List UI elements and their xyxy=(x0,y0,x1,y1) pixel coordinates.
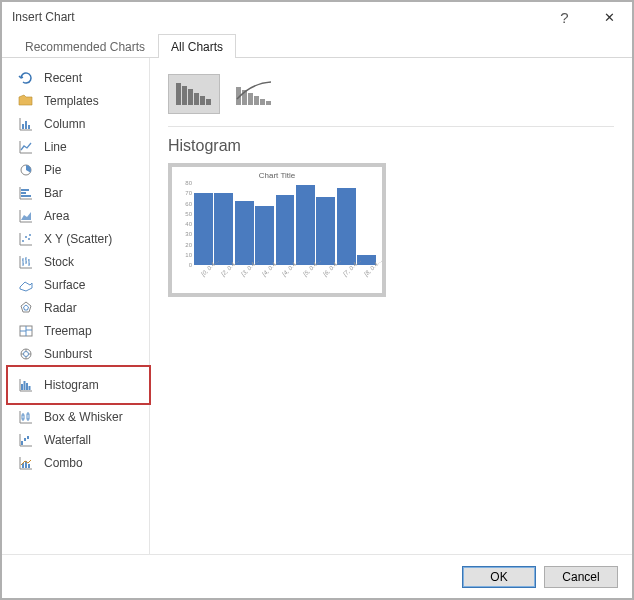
chart-bar xyxy=(337,188,356,265)
chart-type-sidebar: Recent Templates Column Line Pie Bar xyxy=(2,58,150,554)
svg-rect-26 xyxy=(176,83,181,105)
chart-ytick: 10 xyxy=(178,252,192,258)
sidebar-item-label: Area xyxy=(44,209,69,223)
sidebar-item-label: Surface xyxy=(44,278,85,292)
tab-recommended-charts[interactable]: Recommended Charts xyxy=(12,34,158,58)
chart-bar xyxy=(255,206,274,265)
insert-chart-dialog: Insert Chart ? ✕ Recommended Charts All … xyxy=(2,2,632,598)
sidebar-item-label: Radar xyxy=(44,301,77,315)
sidebar-item-combo[interactable]: Combo xyxy=(2,451,149,474)
sidebar-item-bar[interactable]: Bar xyxy=(2,181,149,204)
titlebar: Insert Chart ? ✕ xyxy=(2,2,632,32)
sidebar-item-radar[interactable]: Radar xyxy=(2,296,149,319)
screenshot-frame: Insert Chart ? ✕ Recommended Charts All … xyxy=(0,0,634,600)
svg-rect-20 xyxy=(21,441,23,445)
sidebar-item-label: Recent xyxy=(44,71,82,85)
chart-ytick: 40 xyxy=(178,221,192,227)
chart-ytick: 30 xyxy=(178,231,192,237)
tab-label: Recommended Charts xyxy=(25,40,145,54)
svg-rect-2 xyxy=(28,125,30,129)
sidebar-item-stock[interactable]: Stock xyxy=(2,250,149,273)
subtype-histogram[interactable] xyxy=(168,74,220,114)
svg-rect-4 xyxy=(21,189,29,191)
tab-label: All Charts xyxy=(171,40,223,54)
sidebar-item-recent[interactable]: Recent xyxy=(2,66,149,89)
chart-config-panel: Histogram Chart Title 01020304050607080[… xyxy=(150,58,632,554)
sidebar-item-surface[interactable]: Surface xyxy=(2,273,149,296)
subtype-pareto[interactable] xyxy=(228,74,280,114)
sidebar-item-label: Column xyxy=(44,117,85,131)
sidebar-item-label: Stock xyxy=(44,255,74,269)
sidebar-item-histogram[interactable]: Histogram xyxy=(6,365,151,405)
svg-rect-34 xyxy=(248,93,253,105)
chart-preview-thumbnail[interactable]: Chart Title 01020304050607080[0, 0.4…[2,… xyxy=(168,163,386,297)
chart-bar xyxy=(316,197,335,265)
subtype-title: Histogram xyxy=(168,137,614,155)
svg-rect-0 xyxy=(22,124,24,129)
radar-icon xyxy=(18,300,34,316)
svg-rect-36 xyxy=(260,99,265,105)
svg-rect-6 xyxy=(21,195,31,197)
sidebar-item-label: Treemap xyxy=(44,324,92,338)
sidebar-item-label: Sunburst xyxy=(44,347,92,361)
sidebar-item-templates[interactable]: Templates xyxy=(2,89,149,112)
cancel-button[interactable]: Cancel xyxy=(544,566,618,588)
sunburst-icon xyxy=(18,346,34,362)
divider xyxy=(168,126,614,127)
ok-button[interactable]: OK xyxy=(462,566,536,588)
sidebar-item-area[interactable]: Area xyxy=(2,204,149,227)
chart-bar xyxy=(276,195,295,265)
chart-ytick: 70 xyxy=(178,190,192,196)
box-whisker-icon xyxy=(18,409,34,425)
sidebar-item-pie[interactable]: Pie xyxy=(2,158,149,181)
svg-point-8 xyxy=(25,236,27,238)
histogram-subtype-icon xyxy=(174,79,214,109)
svg-rect-25 xyxy=(28,464,30,468)
svg-rect-28 xyxy=(188,89,193,105)
chart-bar xyxy=(296,185,315,265)
help-icon: ? xyxy=(560,9,568,26)
sidebar-item-xy-scatter[interactable]: X Y (Scatter) xyxy=(2,227,149,250)
sidebar-item-sunburst[interactable]: Sunburst xyxy=(2,342,149,365)
svg-rect-16 xyxy=(26,383,28,390)
chart-preview-plot: 01020304050607080[0, 0.4…[2, 0.4…[3, 0.4… xyxy=(194,183,376,265)
bar-icon xyxy=(18,185,34,201)
sidebar-item-label: Line xyxy=(44,140,67,154)
stock-icon xyxy=(18,254,34,270)
sidebar-item-label: Templates xyxy=(44,94,99,108)
recent-icon xyxy=(18,70,34,86)
button-label: OK xyxy=(490,570,507,584)
dialog-footer: OK Cancel xyxy=(2,554,632,598)
tab-all-charts[interactable]: All Charts xyxy=(158,34,236,58)
svg-rect-19 xyxy=(27,414,29,419)
svg-rect-27 xyxy=(182,86,187,105)
sidebar-item-label: X Y (Scatter) xyxy=(44,232,112,246)
sidebar-item-label: Box & Whisker xyxy=(44,410,123,424)
svg-rect-15 xyxy=(24,381,26,390)
sidebar-item-label: Pie xyxy=(44,163,61,177)
svg-point-9 xyxy=(28,238,30,240)
sidebar-item-label: Bar xyxy=(44,186,63,200)
sidebar-item-label: Histogram xyxy=(44,378,99,392)
svg-rect-31 xyxy=(206,99,211,105)
combo-icon xyxy=(18,455,34,471)
sidebar-item-treemap[interactable]: Treemap xyxy=(2,319,149,342)
svg-rect-30 xyxy=(200,96,205,105)
close-button[interactable]: ✕ xyxy=(587,2,632,32)
svg-rect-37 xyxy=(266,101,271,105)
scatter-icon xyxy=(18,231,34,247)
line-icon xyxy=(18,139,34,155)
sidebar-item-line[interactable]: Line xyxy=(2,135,149,158)
tab-bar: Recommended Charts All Charts xyxy=(2,32,632,58)
sidebar-item-box-whisker[interactable]: Box & Whisker xyxy=(2,405,149,428)
chart-bar xyxy=(235,201,254,265)
help-button[interactable]: ? xyxy=(542,2,587,32)
dialog-title: Insert Chart xyxy=(12,10,75,24)
dialog-content: Recent Templates Column Line Pie Bar xyxy=(2,58,632,554)
pie-icon xyxy=(18,162,34,178)
chart-ytick: 60 xyxy=(178,201,192,207)
sidebar-item-column[interactable]: Column xyxy=(2,112,149,135)
svg-rect-5 xyxy=(21,192,26,194)
pareto-subtype-icon xyxy=(234,79,274,109)
sidebar-item-waterfall[interactable]: Waterfall xyxy=(2,428,149,451)
